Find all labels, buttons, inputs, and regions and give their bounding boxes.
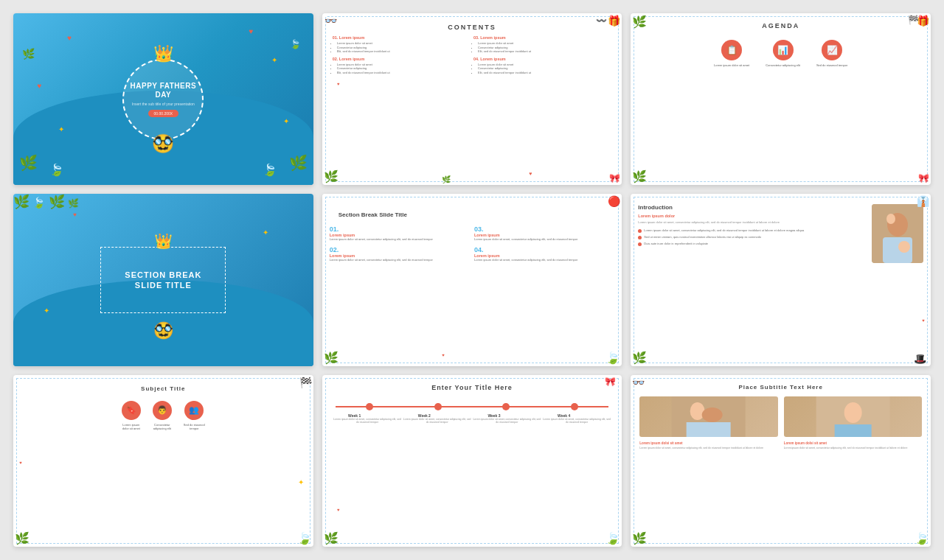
deco-leaf-3: 🌿 [289, 154, 308, 172]
slide-1-title[interactable]: 🌿 🍃 🌿 🍃 🌿 🍃 ♥ ♥ ♥ ✦ ✦ ✦ 👑 Happy Fathers … [13, 13, 313, 185]
slide-8-timeline[interactable]: 🎀 🌿 🍃 ♥ Enter Your Title Here Week 1 Lor… [322, 375, 622, 547]
slide-2-contents[interactable]: 👓 〰️ 🎁 🎀 🌿 Contents 01. Lorem ipsum Lore… [322, 13, 622, 185]
timeline-dot-4 [571, 403, 578, 410]
section-break-text: Section breakslide title [125, 270, 201, 291]
mustache-icon: 🥸 [152, 133, 174, 154]
slide-grid: 🌿 🍃 🌿 🍃 🌿 🍃 ♥ ♥ ♥ ✦ ✦ ✦ 👑 Happy Fathers … [0, 0, 944, 560]
slide-5-section-content[interactable]: 🔴 🌿 🍃 ♥ Section Break Slide Title 01. Lo… [322, 194, 622, 365]
slide-1-center: 👑 Happy Fathers Day Insert the sub title… [122, 59, 204, 140]
deco-heart-6: ♥ [73, 211, 77, 218]
deco-leaf-9: 🌿 [632, 15, 647, 29]
deco-star-5: ✦ [44, 307, 49, 315]
deco-heart-5: ♥ [337, 82, 340, 86]
deco-leaf-1: 🌿 [19, 154, 38, 172]
deco-hat-1: 🎩 [914, 353, 926, 365]
deco-heart-10: ♥ [337, 508, 340, 512]
deco-leaf-16: 🍃 [605, 351, 620, 365]
deco-leaf-12: 🍃 [32, 197, 45, 209]
timeline-dot-3 [502, 403, 510, 410]
border-frame-3 [634, 16, 928, 182]
deco-glasses-1: 👓 [324, 15, 337, 27]
deco-leaf-19: 🍃 [297, 531, 312, 545]
deco-leaf-23: 🍃 [914, 531, 929, 545]
section-break-mustache: 🥸 [153, 321, 173, 340]
border-frame-6 [634, 197, 928, 363]
deco-heart-7: ♥ [442, 353, 445, 357]
section-break-crown: 👑 [154, 232, 173, 250]
slide-4-section-break[interactable]: 🌿 🍃 🌿 🌿 ♥ ✦ ✦ 👑 Section breakslide title… [13, 194, 313, 365]
deco-star-3: ✦ [283, 117, 289, 125]
deco-leaf-4: 🍃 [263, 163, 277, 177]
deco-leaf-18: 🌿 [15, 531, 30, 545]
deco-heart-8: ♥ [922, 318, 925, 323]
deco-bow-2: 🎀 [918, 173, 929, 183]
deco-tie-1: 🔴 [608, 195, 620, 207]
border-frame-9 [634, 378, 928, 544]
deco-tie-3: 🏁 [299, 377, 312, 388]
deco-heart-2: ♥ [249, 27, 253, 35]
deco-bow-1: 🎀 [609, 173, 620, 183]
deco-leaf-6: 🍃 [290, 39, 301, 49]
deco-leaf-8: 🌿 [442, 175, 451, 183]
deco-bow-3: 🎀 [605, 377, 616, 387]
deco-mustache-1: 〰️ [596, 15, 607, 26]
deco-star-1: ✦ [271, 56, 277, 64]
slide-3-agenda[interactable]: 🌿 🎁 🌿 🎀 🏁 Agenda 📋 Lorem ipsum dolor sit… [631, 13, 931, 185]
deco-leaf-2: 🍃 [49, 163, 64, 177]
deco-leaf-11: 🌿 [13, 195, 30, 209]
border-frame-7 [16, 378, 310, 544]
timeline-dot-2 [434, 403, 442, 410]
deco-leaf-14: 🌿 [68, 198, 79, 209]
deco-leaf-15: 🌿 [324, 351, 339, 365]
deco-star-4: ✦ [263, 228, 268, 237]
deco-heart-1: ♥ [67, 34, 72, 42]
slide-1-subtitle: Insert the sub title of your presentatio… [132, 102, 195, 106]
deco-leaf-10: 🌿 [632, 169, 647, 183]
dashed-circle: Happy Fathers Day Insert the sub title o… [122, 59, 204, 140]
border-frame-5 [325, 197, 620, 363]
deco-leaf-22: 🌿 [632, 531, 647, 545]
deco-star-2: ✦ [58, 125, 64, 133]
timeline-dot-1 [366, 403, 373, 410]
deco-tie-2: 👔 [917, 195, 929, 207]
deco-glasses-2: 👓 [632, 377, 645, 388]
slide-1-date: 00.00.200X [148, 110, 179, 117]
deco-leaf-21: 🍃 [605, 531, 620, 545]
section-break-title: Section breakslide title [125, 270, 201, 291]
deco-leaf-7: 🌿 [324, 169, 339, 183]
slide-1-title-text: Happy Fathers Day [124, 82, 202, 99]
deco-heart-4: ♥ [529, 171, 532, 176]
slide-9-subtitle-photos[interactable]: 👓 🌿 🍃 Place Subtitle Text Here [631, 375, 931, 547]
border-frame-2 [325, 16, 620, 182]
slide-7-subject[interactable]: 🏁 🌿 🍃 ♥ ✦ Subject Title 🔖 Lorem ipsumdol… [13, 375, 313, 547]
crown-icon: 👑 [153, 44, 173, 63]
deco-gift-1: 🎁 [608, 15, 620, 27]
deco-heart-9: ♥ [19, 461, 22, 465]
slide-6-introduction[interactable]: 👔 🎩 🌿 ♥ Introduction Lorem ipsum dolor L… [631, 194, 931, 365]
deco-leaf-5: 🌿 [22, 48, 35, 60]
deco-leaf-20: 🌿 [324, 531, 339, 545]
deco-star-6: ✦ [298, 478, 304, 486]
deco-leaf-17: 🌿 [632, 351, 647, 365]
deco-heart-3: ♥ [38, 82, 42, 90]
deco-leaf-13: 🌿 [49, 195, 65, 209]
timeline-line [336, 406, 609, 407]
deco-flag: 🏁 [908, 15, 919, 25]
